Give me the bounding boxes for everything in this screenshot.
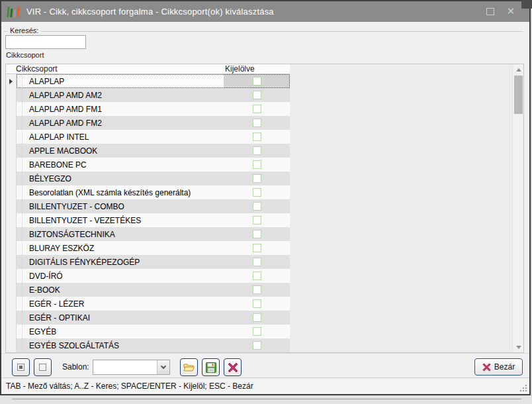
table-row[interactable]: BIZTONSÁGTECHNIKA <box>6 227 290 241</box>
table-row[interactable]: EGYÉB <box>6 325 290 338</box>
row-checkbox[interactable] <box>253 216 261 225</box>
row-label-cell[interactable]: ALAPLAP AMD FM2 <box>17 116 224 130</box>
resize-grip-icon[interactable] <box>519 384 527 391</box>
row-label-cell[interactable]: APPLE MACBOOK <box>17 144 224 158</box>
row-check-cell[interactable] <box>224 297 290 311</box>
open-template-button[interactable] <box>180 358 198 376</box>
row-check-cell[interactable] <box>224 213 290 227</box>
table-row[interactable]: ALAPLAP <box>6 74 290 88</box>
row-label-cell[interactable]: BLURAY ESZKÖZ <box>17 241 224 255</box>
row-checkbox[interactable] <box>253 160 261 169</box>
scrollbar-up-icon[interactable] <box>513 64 524 75</box>
row-check-cell[interactable] <box>224 185 290 199</box>
table-row[interactable]: BAREBONE PC <box>6 158 290 172</box>
row-check-cell[interactable] <box>224 325 290 338</box>
chevron-down-icon[interactable] <box>157 360 169 374</box>
row-checkbox[interactable] <box>253 327 261 336</box>
row-checkbox[interactable] <box>253 132 261 141</box>
row-label-cell[interactable]: ALAPLAP AMD AM2 <box>17 88 224 102</box>
sablon-combobox[interactable] <box>93 360 170 375</box>
row-checkbox[interactable] <box>253 77 261 85</box>
row-label-cell[interactable]: DIGITÁLIS FÉNYKÉPEZOGÉP <box>17 255 224 269</box>
table-row[interactable]: E-BOOK <box>6 283 290 297</box>
table-row[interactable]: BILLENTYUZET - VEZETÉKES <box>6 213 290 227</box>
row-check-cell[interactable] <box>224 269 290 283</box>
row-check-cell[interactable] <box>224 158 290 172</box>
row-checkbox[interactable] <box>253 146 261 155</box>
table-row[interactable]: ALAPLAP AMD AM2 <box>6 88 290 102</box>
table-row[interactable]: Besorolatlan (XML számla készítés generá… <box>6 185 290 199</box>
row-check-cell[interactable] <box>224 338 290 352</box>
row-check-cell[interactable] <box>224 102 290 116</box>
table-row[interactable]: EGÉR - LÉZER <box>6 297 290 311</box>
table-row[interactable]: ALAPLAP INTEL <box>6 130 290 144</box>
row-checkbox[interactable] <box>253 202 261 211</box>
row-label-cell[interactable]: BIZTONSÁGTECHNIKA <box>17 227 224 241</box>
table-row[interactable]: BILLENTYUZET - COMBO <box>6 199 290 213</box>
table-row[interactable]: BÉLYEGZO <box>6 172 290 185</box>
close-icon[interactable]: ✕ <box>506 5 515 17</box>
row-checkbox[interactable] <box>253 188 261 197</box>
table-row[interactable]: EGÉR - OPTIKAI <box>6 311 290 325</box>
delete-template-button[interactable] <box>224 358 242 376</box>
row-check-cell[interactable] <box>224 74 290 88</box>
row-label-cell[interactable]: EGYÉB SZOLGÁLTATÁS <box>17 338 224 352</box>
row-check-cell[interactable] <box>224 172 290 185</box>
row-label-cell[interactable]: BILLENTYUZET - COMBO <box>17 199 224 213</box>
row-checkbox[interactable] <box>253 119 261 127</box>
table-row[interactable]: DIGITÁLIS FÉNYKÉPEZOGÉP <box>6 255 290 269</box>
table-row[interactable]: DVD-ÍRÓ <box>6 269 290 283</box>
table-row[interactable]: BLURAY ESZKÖZ <box>6 241 290 255</box>
row-checkbox[interactable] <box>253 105 261 113</box>
select-all-button[interactable] <box>12 358 30 376</box>
row-checkbox[interactable] <box>253 230 261 238</box>
scrollbar-down-icon[interactable] <box>513 342 524 352</box>
scrollbar-thumb[interactable] <box>514 76 523 114</box>
row-label-cell[interactable]: E-BOOK <box>17 283 224 297</box>
save-template-button[interactable] <box>202 358 220 376</box>
row-checkbox[interactable] <box>253 313 261 322</box>
maximize-icon[interactable] <box>486 8 494 15</box>
row-checkbox[interactable] <box>253 258 261 266</box>
row-checkbox[interactable] <box>253 91 261 99</box>
row-check-cell[interactable] <box>224 283 290 297</box>
row-check-cell[interactable] <box>224 199 290 213</box>
table-row[interactable]: EGYÉB SZOLGÁLTATÁS <box>6 338 290 352</box>
row-checkbox[interactable] <box>253 244 261 252</box>
row-checkbox[interactable] <box>253 272 261 280</box>
clear-all-button[interactable] <box>34 358 52 376</box>
row-label-cell[interactable]: ALAPLAP INTEL <box>17 130 224 144</box>
vertical-scrollbar[interactable] <box>512 64 523 352</box>
row-checkbox[interactable] <box>253 174 261 183</box>
row-label-cell[interactable]: BAREBONE PC <box>17 158 224 172</box>
row-check-cell[interactable] <box>224 255 290 269</box>
row-check-cell[interactable] <box>224 88 290 102</box>
table-row[interactable]: APPLE MACBOOK <box>6 144 290 158</box>
table-row[interactable]: ALAPLAP AMD FM2 <box>6 116 290 130</box>
search-input[interactable] <box>5 35 86 49</box>
row-checkbox[interactable] <box>253 299 261 308</box>
row-label-cell[interactable]: ALAPLAP AMD FM1 <box>17 102 224 116</box>
row-checkbox[interactable] <box>253 285 261 294</box>
column-header-cikkcsoport[interactable]: Cikkcsoport <box>6 64 224 74</box>
row-checkbox[interactable] <box>253 341 261 350</box>
row-check-cell[interactable] <box>224 144 290 158</box>
row-check-cell[interactable] <box>224 227 290 241</box>
row-label-cell[interactable]: ALAPLAP <box>17 74 224 88</box>
row-label-cell[interactable]: EGYÉB <box>17 325 224 338</box>
titlebar[interactable]: VIR - Cikk, cikkcsoport forgalma - Cikkc… <box>1 1 529 22</box>
row-check-cell[interactable] <box>224 241 290 255</box>
row-label-cell[interactable]: BÉLYEGZO <box>17 172 224 185</box>
row-check-cell[interactable] <box>224 311 290 325</box>
grid-header[interactable]: Cikkcsoport Kijelölve <box>6 64 290 74</box>
column-header-kijelolve[interactable]: Kijelölve <box>224 64 290 74</box>
row-label-cell[interactable]: EGÉR - LÉZER <box>17 297 224 311</box>
row-label-cell[interactable]: Besorolatlan (XML számla készítés generá… <box>17 185 224 199</box>
table-row[interactable]: ALAPLAP AMD FM1 <box>6 102 290 116</box>
row-label-cell[interactable]: BILLENTYUZET - VEZETÉKES <box>17 213 224 227</box>
row-check-cell[interactable] <box>224 116 290 130</box>
row-label-cell[interactable]: EGÉR - OPTIKAI <box>17 311 224 325</box>
close-dialog-button[interactable]: Bezár <box>474 358 523 376</box>
row-check-cell[interactable] <box>224 130 290 144</box>
row-label-cell[interactable]: DVD-ÍRÓ <box>17 269 224 283</box>
